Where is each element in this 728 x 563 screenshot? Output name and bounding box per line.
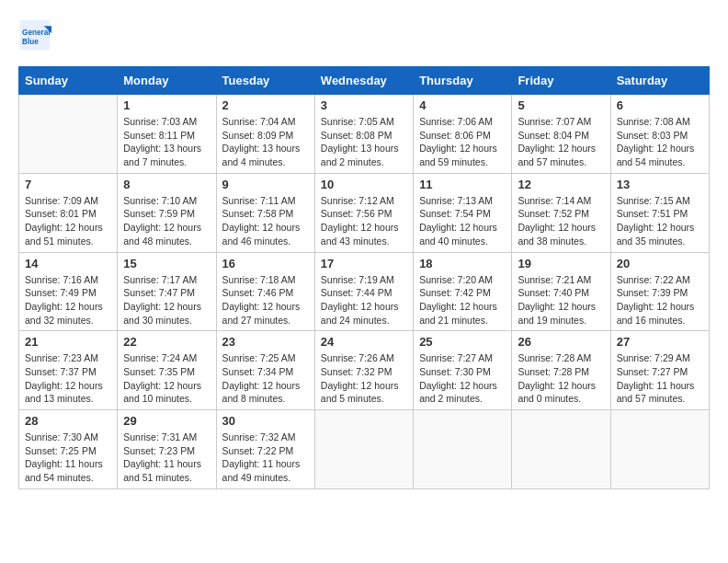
- day-number: 8: [123, 178, 210, 191]
- day-info: Sunrise: 7:21 AMSunset: 7:40 PMDaylight:…: [518, 273, 604, 327]
- calendar-cell: [414, 410, 512, 489]
- calendar-cell: 17Sunrise: 7:19 AMSunset: 7:44 PMDayligh…: [314, 252, 413, 331]
- calendar-body: 1Sunrise: 7:03 AMSunset: 8:11 PMDaylight…: [19, 95, 710, 489]
- day-info: Sunrise: 7:23 AMSunset: 7:37 PMDaylight:…: [25, 351, 111, 406]
- calendar-cell: 22Sunrise: 7:24 AMSunset: 7:35 PMDayligh…: [118, 331, 216, 410]
- calendar-cell: 8Sunrise: 7:10 AMSunset: 7:59 PMDaylight…: [118, 173, 216, 252]
- day-number: 26: [518, 335, 604, 349]
- day-info: Sunrise: 7:24 AMSunset: 7:35 PMDaylight:…: [123, 351, 210, 406]
- svg-text:Blue: Blue: [22, 38, 39, 46]
- calendar-cell: 5Sunrise: 7:07 AMSunset: 8:04 PMDaylight…: [512, 95, 610, 174]
- day-number: 3: [321, 98, 407, 112]
- day-info: Sunrise: 7:25 AMSunset: 7:34 PMDaylight:…: [222, 351, 309, 406]
- calendar-cell: 4Sunrise: 7:06 AMSunset: 8:06 PMDaylight…: [414, 95, 512, 174]
- day-info: Sunrise: 7:29 AMSunset: 7:27 PMDaylight:…: [617, 351, 703, 406]
- calendar-cell: 20Sunrise: 7:22 AMSunset: 7:39 PMDayligh…: [610, 252, 709, 331]
- calendar-cell: 24Sunrise: 7:26 AMSunset: 7:32 PMDayligh…: [314, 331, 413, 410]
- day-info: Sunrise: 7:16 AMSunset: 7:49 PMDaylight:…: [25, 273, 111, 327]
- day-number: 2: [222, 98, 309, 112]
- calendar-cell: 12Sunrise: 7:14 AMSunset: 7:52 PMDayligh…: [512, 173, 610, 252]
- day-number: 20: [617, 257, 703, 270]
- day-info: Sunrise: 7:05 AMSunset: 8:08 PMDaylight:…: [321, 115, 407, 169]
- day-header-tuesday: Tuesday: [216, 67, 314, 95]
- calendar-cell: 11Sunrise: 7:13 AMSunset: 7:54 PMDayligh…: [414, 173, 512, 252]
- day-number: 30: [222, 414, 309, 428]
- day-header-thursday: Thursday: [414, 67, 512, 95]
- day-header-wednesday: Wednesday: [314, 67, 413, 95]
- day-info: Sunrise: 7:26 AMSunset: 7:32 PMDaylight:…: [321, 351, 407, 406]
- calendar-cell: 28Sunrise: 7:30 AMSunset: 7:25 PMDayligh…: [19, 410, 118, 489]
- day-info: Sunrise: 7:20 AMSunset: 7:42 PMDaylight:…: [419, 273, 506, 327]
- day-info: Sunrise: 7:12 AMSunset: 7:56 PMDaylight:…: [321, 194, 407, 248]
- week-row-2: 7Sunrise: 7:09 AMSunset: 8:01 PMDaylight…: [19, 173, 710, 252]
- week-row-1: 1Sunrise: 7:03 AMSunset: 8:11 PMDaylight…: [19, 95, 710, 174]
- calendar-cell: 23Sunrise: 7:25 AMSunset: 7:34 PMDayligh…: [216, 331, 314, 410]
- day-number: 10: [321, 178, 407, 191]
- calendar-cell: 14Sunrise: 7:16 AMSunset: 7:49 PMDayligh…: [19, 252, 118, 331]
- calendar-cell: 25Sunrise: 7:27 AMSunset: 7:30 PMDayligh…: [414, 331, 512, 410]
- calendar-cell: 15Sunrise: 7:17 AMSunset: 7:47 PMDayligh…: [118, 252, 216, 331]
- calendar-cell: 13Sunrise: 7:15 AMSunset: 7:51 PMDayligh…: [610, 173, 709, 252]
- day-number: 12: [518, 178, 604, 191]
- day-info: Sunrise: 7:08 AMSunset: 8:03 PMDaylight:…: [617, 115, 703, 169]
- day-number: 16: [222, 257, 309, 270]
- day-number: 9: [222, 178, 309, 191]
- calendar-cell: 2Sunrise: 7:04 AMSunset: 8:09 PMDaylight…: [216, 95, 314, 174]
- calendar-cell: 27Sunrise: 7:29 AMSunset: 7:27 PMDayligh…: [610, 331, 709, 410]
- day-number: 25: [419, 335, 506, 349]
- day-info: Sunrise: 7:13 AMSunset: 7:54 PMDaylight:…: [419, 194, 506, 248]
- svg-text:General: General: [22, 29, 50, 37]
- calendar-cell: 30Sunrise: 7:32 AMSunset: 7:22 PMDayligh…: [216, 410, 314, 489]
- week-row-5: 28Sunrise: 7:30 AMSunset: 7:25 PMDayligh…: [19, 410, 710, 489]
- day-header-monday: Monday: [118, 67, 216, 95]
- day-header-sunday: Sunday: [19, 67, 118, 95]
- day-info: Sunrise: 7:19 AMSunset: 7:44 PMDaylight:…: [321, 273, 407, 327]
- day-info: Sunrise: 7:18 AMSunset: 7:46 PMDaylight:…: [222, 273, 309, 327]
- day-number: 28: [25, 414, 111, 428]
- day-header-friday: Friday: [512, 67, 610, 95]
- day-number: 19: [518, 257, 604, 270]
- day-number: 6: [617, 98, 703, 112]
- calendar-cell: 21Sunrise: 7:23 AMSunset: 7:37 PMDayligh…: [19, 331, 118, 410]
- calendar-cell: 16Sunrise: 7:18 AMSunset: 7:46 PMDayligh…: [216, 252, 314, 331]
- day-info: Sunrise: 7:30 AMSunset: 7:25 PMDaylight:…: [25, 431, 111, 485]
- day-number: 27: [617, 335, 703, 349]
- page-header: General Blue: [18, 18, 710, 52]
- day-number: 14: [25, 257, 111, 270]
- calendar-cell: [610, 410, 709, 489]
- day-number: 17: [321, 257, 407, 270]
- day-info: Sunrise: 7:27 AMSunset: 7:30 PMDaylight:…: [419, 351, 506, 406]
- calendar-cell: 19Sunrise: 7:21 AMSunset: 7:40 PMDayligh…: [512, 252, 610, 331]
- day-info: Sunrise: 7:03 AMSunset: 8:11 PMDaylight:…: [123, 115, 210, 169]
- calendar-header: SundayMondayTuesdayWednesdayThursdayFrid…: [19, 67, 710, 95]
- week-row-3: 14Sunrise: 7:16 AMSunset: 7:49 PMDayligh…: [19, 252, 710, 331]
- calendar-cell: [314, 410, 413, 489]
- day-header-saturday: Saturday: [610, 67, 709, 95]
- day-info: Sunrise: 7:28 AMSunset: 7:28 PMDaylight:…: [518, 351, 604, 406]
- week-row-4: 21Sunrise: 7:23 AMSunset: 7:37 PMDayligh…: [19, 331, 710, 410]
- day-info: Sunrise: 7:15 AMSunset: 7:51 PMDaylight:…: [617, 194, 703, 248]
- day-number: 11: [419, 178, 506, 191]
- day-number: 23: [222, 335, 309, 349]
- calendar-cell: 26Sunrise: 7:28 AMSunset: 7:28 PMDayligh…: [512, 331, 610, 410]
- day-info: Sunrise: 7:14 AMSunset: 7:52 PMDaylight:…: [518, 194, 604, 248]
- day-info: Sunrise: 7:17 AMSunset: 7:47 PMDaylight:…: [123, 273, 210, 327]
- logo: General Blue: [18, 18, 55, 52]
- day-info: Sunrise: 7:06 AMSunset: 8:06 PMDaylight:…: [419, 115, 506, 169]
- calendar-cell: [19, 95, 118, 174]
- day-number: 18: [419, 257, 506, 270]
- day-info: Sunrise: 7:22 AMSunset: 7:39 PMDaylight:…: [617, 273, 703, 327]
- day-number: 4: [419, 98, 506, 112]
- calendar-cell: 29Sunrise: 7:31 AMSunset: 7:23 PMDayligh…: [118, 410, 216, 489]
- day-number: 29: [123, 414, 210, 428]
- day-info: Sunrise: 7:11 AMSunset: 7:58 PMDaylight:…: [222, 194, 309, 248]
- day-number: 7: [25, 178, 111, 191]
- day-number: 15: [123, 257, 210, 270]
- day-number: 21: [25, 335, 111, 349]
- calendar-cell: 9Sunrise: 7:11 AMSunset: 7:58 PMDaylight…: [216, 173, 314, 252]
- calendar-cell: 18Sunrise: 7:20 AMSunset: 7:42 PMDayligh…: [414, 252, 512, 331]
- logo-icon: General Blue: [18, 18, 51, 52]
- calendar-cell: 7Sunrise: 7:09 AMSunset: 8:01 PMDaylight…: [19, 173, 118, 252]
- day-number: 1: [123, 98, 210, 112]
- calendar-table: SundayMondayTuesdayWednesdayThursdayFrid…: [18, 66, 710, 489]
